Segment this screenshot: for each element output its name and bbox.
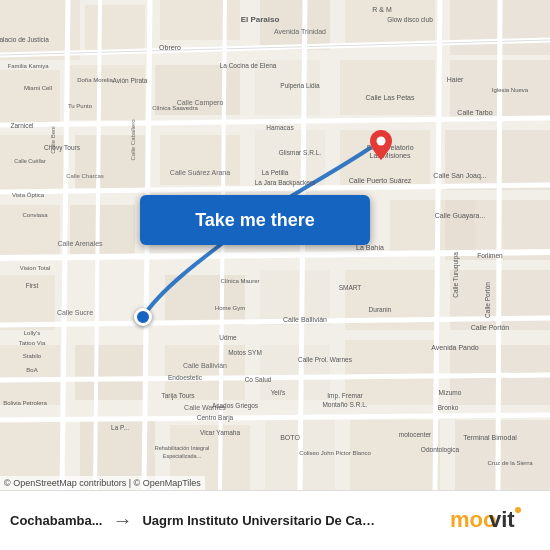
svg-text:Asados Griegos: Asados Griegos	[212, 402, 259, 410]
svg-text:Especializada...: Especializada...	[163, 453, 202, 459]
svg-text:Avenida Pando: Avenida Pando	[431, 344, 478, 351]
svg-text:Tu Punto: Tu Punto	[68, 103, 93, 109]
svg-text:Clínica Maurer: Clínica Maurer	[220, 278, 259, 284]
svg-text:Pulperia Lidia: Pulperia Lidia	[280, 82, 320, 90]
route-to: Uagrm Instituto Universitario De Capa...	[142, 513, 382, 528]
svg-text:Rehabilitación Integral: Rehabilitación Integral	[155, 445, 209, 451]
svg-text:Yeli's: Yeli's	[271, 389, 286, 396]
svg-text:Calle Ballivián: Calle Ballivián	[183, 362, 227, 369]
svg-text:Vicar Yamaha: Vicar Yamaha	[200, 429, 240, 436]
svg-text:Calle Portón: Calle Portón	[484, 282, 491, 318]
svg-text:Doña Morelia: Doña Morelia	[77, 77, 113, 83]
svg-text:Montaño S.R.L.: Montaño S.R.L.	[322, 401, 367, 408]
svg-text:Tattoo Via: Tattoo Via	[19, 340, 46, 346]
svg-rect-16	[255, 130, 325, 185]
route-from-name: Cochabamba...	[10, 513, 102, 528]
svg-point-137	[377, 137, 386, 146]
svg-text:Calle Tarbo: Calle Tarbo	[457, 109, 492, 116]
svg-text:vit: vit	[489, 507, 515, 532]
bottom-bar: Cochabamba... → Uagrm Instituto Universi…	[0, 490, 550, 550]
svg-text:BoA: BoA	[26, 367, 37, 373]
svg-text:Calle Turuquipa: Calle Turuquipa	[452, 252, 460, 298]
svg-rect-2	[85, 5, 145, 50]
svg-text:Calle Suárez Arana: Calle Suárez Arana	[170, 169, 230, 176]
svg-text:Calle Sucre: Calle Sucre	[57, 309, 93, 316]
svg-text:Hamacas: Hamacas	[266, 124, 294, 131]
svg-text:Calle Portón: Calle Portón	[471, 324, 510, 331]
svg-rect-20	[70, 205, 135, 260]
svg-text:Avenida Trinidad: Avenida Trinidad	[274, 28, 326, 35]
svg-rect-15	[160, 135, 240, 185]
svg-text:Calle Cuéllar: Calle Cuéllar	[14, 158, 46, 164]
svg-text:La Bahía: La Bahía	[356, 244, 384, 251]
route-to-name: Uagrm Instituto Universitario De Capa...	[142, 513, 382, 528]
svg-text:La Cocina de Elena: La Cocina de Elena	[220, 62, 277, 69]
svg-text:Imp. Fremar: Imp. Fremar	[327, 392, 363, 400]
svg-text:R & M: R & M	[372, 6, 392, 13]
svg-text:motocenter: motocenter	[399, 431, 432, 438]
svg-line-54	[498, 0, 500, 490]
svg-text:Centro Barja: Centro Barja	[197, 414, 234, 422]
svg-rect-29	[75, 345, 145, 400]
osm-attribution: © OpenStreetMap contributors | © OpenMap…	[0, 476, 205, 490]
svg-text:Forlimen: Forlimen	[477, 252, 503, 259]
svg-text:El Paraiso: El Paraiso	[241, 15, 280, 24]
svg-text:Motos SYM: Motos SYM	[228, 349, 262, 356]
svg-text:Calle Puerto Suárez: Calle Puerto Suárez	[349, 177, 412, 184]
svg-text:Conviasa: Conviasa	[22, 212, 48, 218]
svg-text:Zarnicel: Zarnicel	[10, 122, 34, 129]
svg-text:Odontologica: Odontologica	[421, 446, 460, 454]
svg-text:Endoestetic: Endoestetic	[168, 374, 203, 381]
svg-text:Glow disco club: Glow disco club	[387, 16, 433, 23]
svg-text:Bronko: Bronko	[438, 404, 459, 411]
svg-text:La P...: La P...	[111, 424, 129, 431]
svg-text:Home Gym: Home Gym	[215, 305, 245, 311]
svg-text:Calle San Joaq...: Calle San Joaq...	[433, 172, 486, 180]
svg-text:Tarija Tours: Tarija Tours	[161, 392, 195, 400]
svg-text:Calle Arenales: Calle Arenales	[57, 240, 103, 247]
svg-text:First: First	[26, 282, 39, 289]
map-svg: Avenida Trinidad Calle Campero Calle Suá…	[0, 0, 550, 490]
svg-text:Coliseo John Pictor Blanco: Coliseo John Pictor Blanco	[299, 450, 371, 456]
svg-text:Calle Charcas: Calle Charcas	[66, 173, 104, 179]
take-me-there-button[interactable]: Take me there	[140, 195, 370, 245]
svg-text:Bolivia Petrolera: Bolivia Petrolera	[3, 400, 47, 406]
svg-text:La Jara Backpackers: La Jara Backpackers	[255, 179, 316, 187]
svg-text:Calle Prol. Warnes: Calle Prol. Warnes	[298, 356, 353, 363]
destination-pin	[370, 130, 392, 160]
route-from: Cochabamba...	[10, 513, 102, 528]
svg-rect-3	[160, 0, 240, 40]
svg-rect-7	[0, 70, 60, 125]
svg-text:Vista Óptica: Vista Óptica	[12, 192, 45, 198]
svg-text:Vision Total: Vision Total	[20, 265, 50, 271]
moovit-logo: moo vit	[450, 505, 540, 537]
svg-text:Calle Caballero: Calle Caballero	[130, 119, 136, 161]
svg-text:BOTO: BOTO	[280, 434, 300, 441]
svg-text:Iglesia Nueva: Iglesia Nueva	[492, 87, 529, 93]
origin-pin	[134, 308, 152, 326]
svg-text:Clínica Saavedra: Clínica Saavedra	[152, 105, 198, 111]
svg-rect-11	[340, 60, 435, 115]
svg-text:Obrero: Obrero	[159, 44, 181, 51]
svg-text:Udme: Udme	[219, 334, 237, 341]
svg-text:Avión Pirata: Avión Pirata	[113, 77, 148, 84]
svg-text:Calle Guayara...: Calle Guayara...	[435, 212, 486, 220]
svg-text:Cruz de la Sierra: Cruz de la Sierra	[487, 460, 533, 466]
svg-text:Chovy Tours: Chovy Tours	[44, 144, 81, 152]
svg-text:Stabilo: Stabilo	[23, 353, 42, 359]
svg-text:Glismar S.R.L.: Glismar S.R.L.	[279, 149, 321, 156]
svg-point-140	[515, 507, 521, 513]
svg-text:Lolly's: Lolly's	[24, 330, 41, 336]
svg-text:Haier: Haier	[447, 76, 464, 83]
take-me-there-label: Take me there	[195, 210, 315, 231]
svg-rect-4	[260, 0, 330, 50]
svg-text:SMART: SMART	[339, 284, 362, 291]
svg-text:Familia Kamiya: Familia Kamiya	[7, 63, 49, 69]
svg-text:Palacio de Justicia: Palacio de Justicia	[0, 36, 49, 43]
svg-rect-39	[455, 420, 550, 490]
svg-rect-8	[70, 65, 145, 120]
svg-text:La Petilla: La Petilla	[262, 169, 289, 176]
app-container: Avenida Trinidad Calle Campero Calle Suá…	[0, 0, 550, 550]
svg-text:Miami Cell: Miami Cell	[24, 85, 52, 91]
svg-text:Co Salud: Co Salud	[245, 376, 272, 383]
